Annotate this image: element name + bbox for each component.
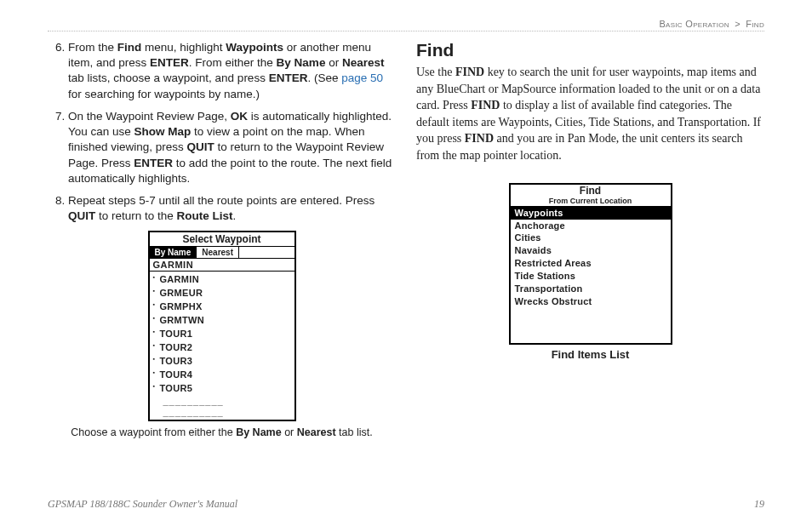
fig2-category-list: WaypointsAnchorageCitiesNavaidsRestricte…	[511, 207, 671, 343]
section-heading: Find	[416, 40, 764, 60]
find-category-item: Waypoints	[511, 207, 671, 220]
page-footer: GPSMAP 188/188C Sounder Owner's Manual 1…	[48, 498, 764, 511]
fig2-subtitle: From Current Location	[511, 197, 671, 207]
waypoint-item: TOUR2	[152, 341, 293, 355]
find-category-item: Navaids	[511, 244, 671, 257]
right-column: Find Use the FIND key to search the unit…	[416, 40, 764, 438]
fig1-tab: By Name	[150, 247, 197, 258]
waypoint-item: GARMIN	[152, 273, 293, 287]
fig1-input: GARMIN	[150, 259, 294, 272]
breadcrumb-sep: >	[732, 19, 743, 29]
waypoint-item: TOUR1	[152, 328, 293, 341]
waypoint-item: GRMTWN	[152, 314, 293, 328]
waypoint-item: TOUR4	[152, 369, 293, 382]
fig2-caption: Find Items List	[416, 348, 764, 361]
page-link[interactable]: page 50	[341, 71, 383, 84]
find-category-item: Cities	[511, 232, 671, 244]
instruction-step: On the Waypoint Review Page, OK is autom…	[68, 109, 396, 186]
empty-row: __________	[152, 407, 293, 418]
waypoint-item: TOUR5	[152, 382, 293, 396]
fig1-tabs: By NameNearest	[150, 247, 294, 259]
divider	[48, 31, 764, 31]
figure-find-list: Find From Current Location WaypointsAnch…	[416, 183, 764, 361]
footer-page-number: 19	[754, 498, 764, 511]
waypoint-item: GRMPHX	[152, 300, 293, 314]
footer-manual-title: GPSMAP 188/188C Sounder Owner's Manual	[48, 498, 237, 511]
breadcrumb: Basic Operation > Find	[48, 19, 764, 29]
fig1-tab: Nearest	[197, 247, 239, 258]
fig1-title: Select Waypoint	[150, 232, 294, 247]
instruction-step: From the Find menu, highlight Waypoints …	[68, 40, 396, 102]
figure-select-waypoint: Select Waypoint By NameNearest GARMIN GA…	[48, 231, 396, 438]
find-category-item: Transportation	[511, 283, 671, 295]
waypoint-item: GRMEUR	[152, 287, 293, 300]
find-category-item: Tide Stations	[511, 270, 671, 283]
fig1-waypoint-list: GARMINGRMEURGRMPHXGRMTWNTOUR1TOUR2TOUR3T…	[150, 272, 294, 420]
instruction-step: Repeat steps 5-7 until all the route poi…	[68, 193, 396, 224]
waypoint-item: TOUR3	[152, 355, 293, 369]
left-column: From the Find menu, highlight Waypoints …	[48, 40, 396, 438]
breadcrumb-section: Basic Operation	[659, 19, 729, 29]
fig1-caption: Choose a waypoint from either the By Nam…	[48, 426, 396, 438]
find-category-item: Wrecks Obstruct	[511, 295, 671, 308]
empty-row: __________	[152, 396, 293, 407]
find-category-item: Anchorage	[511, 220, 671, 232]
breadcrumb-page: Find	[746, 19, 764, 29]
find-category-item: Restricted Areas	[511, 257, 671, 270]
instruction-list: From the Find menu, highlight Waypoints …	[48, 40, 396, 224]
section-paragraph: Use the FIND key to search the unit for …	[416, 64, 764, 164]
fig2-title: Find	[511, 185, 671, 197]
